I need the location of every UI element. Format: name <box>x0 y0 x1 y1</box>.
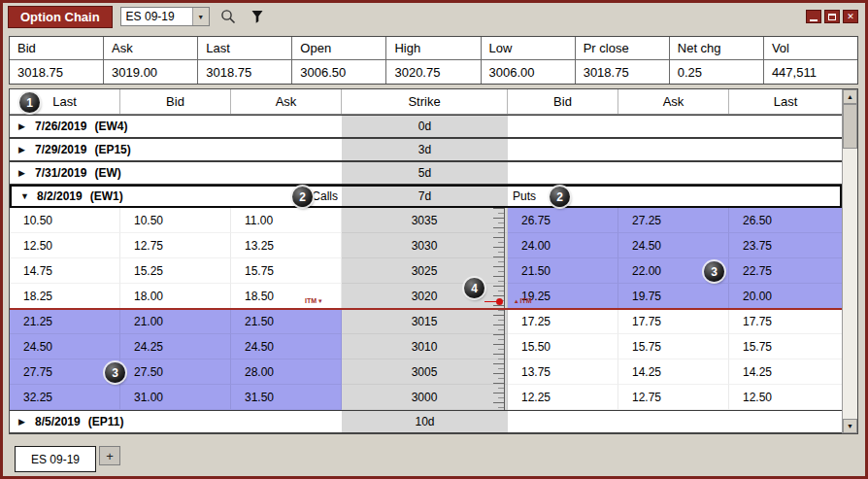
option-row-3005: 27.7527.5028.00300513.7514.2514.25 <box>10 359 842 385</box>
expand-icon[interactable]: ▶ <box>18 168 35 178</box>
put-last-cell[interactable]: 14.25 <box>729 359 842 385</box>
call-ask-cell[interactable]: 24.50 <box>231 334 342 359</box>
expand-icon[interactable]: ▶ <box>18 121 35 131</box>
put-bid-cell[interactable]: 24.00 <box>508 233 618 258</box>
put-last-cell[interactable]: 12.50 <box>729 385 842 410</box>
call-last-cell[interactable]: 32.25 <box>10 385 120 410</box>
put-bid-cell[interactable]: 12.25 <box>508 385 618 410</box>
put-ask-cell[interactable]: 24.50 <box>618 233 729 258</box>
call-last-cell[interactable]: 10.50 <box>10 208 120 233</box>
call-last-cell[interactable]: 14.75 <box>10 258 120 284</box>
quote-low: 3006.00 <box>482 60 576 84</box>
expand-icon[interactable]: ▶ <box>18 145 35 154</box>
scroll-up-button[interactable]: ▲ <box>843 89 857 104</box>
put-ask-cell[interactable]: 27.25 <box>618 208 729 233</box>
strike-cell[interactable]: 3015 <box>342 309 508 334</box>
call-bid-cell[interactable]: 21.00 <box>120 309 231 334</box>
call-bid-cell[interactable]: 15.25 <box>120 258 231 284</box>
put-last-cell[interactable]: 26.50 <box>729 208 842 233</box>
chevron-down-icon[interactable]: ▼ <box>192 8 209 25</box>
col-header-put-last[interactable]: Last <box>729 89 842 114</box>
call-ask-cell[interactable]: 13.25 <box>231 233 342 258</box>
option-row-3020: 18.2518.0018.50302019.2519.7520.00 <box>10 284 842 309</box>
scrollbar-thumb[interactable] <box>843 104 857 149</box>
call-ask-cell[interactable]: 18.50 <box>231 284 342 309</box>
put-bid-cell[interactable]: 26.75 <box>508 208 618 233</box>
expiry-row-8/5/2019[interactable]: ▶8/5/2019(EP11)10d <box>10 410 842 433</box>
put-last-cell[interactable]: 22.75 <box>729 258 842 284</box>
itm-label-calls: ITM▾ <box>305 297 322 304</box>
plus-icon: + <box>106 449 114 463</box>
scroll-down-button[interactable]: ▼ <box>843 419 857 433</box>
put-last-cell[interactable]: 17.75 <box>729 309 842 334</box>
call-last-cell[interactable]: 12.50 <box>10 233 120 258</box>
quote-ask: 3019.00 <box>104 60 198 84</box>
minimize-button[interactable] <box>806 10 821 23</box>
call-last-cell[interactable]: 21.25 <box>10 309 120 334</box>
call-ask-cell[interactable]: 31.50 <box>231 385 342 410</box>
put-last-cell[interactable]: 20.00 <box>729 284 842 309</box>
call-bid-cell[interactable]: 24.25 <box>120 334 231 359</box>
vertical-scrollbar[interactable]: ▲ ▼ <box>842 89 857 433</box>
strike-cell[interactable]: 3010 <box>342 334 508 359</box>
put-last-cell[interactable]: 15.75 <box>729 334 842 359</box>
col-header-call-bid[interactable]: Bid <box>120 89 231 114</box>
quote-panel: Bid Ask Last Open High Low Pr close Net … <box>9 36 858 85</box>
expiry-date: 7/26/2019 <box>35 120 86 133</box>
symbol-selector-value: ES 09-19 <box>121 10 192 23</box>
expiry-row-7/31/2019[interactable]: ▶7/31/2019(EW)5d <box>10 161 842 185</box>
current-price-line <box>10 308 842 310</box>
expiry-code: (EW4) <box>94 120 127 133</box>
strike-cell[interactable]: 3030 <box>342 233 508 258</box>
call-ask-cell[interactable]: 28.00 <box>231 359 342 385</box>
call-bid-cell[interactable]: 12.75 <box>120 233 231 258</box>
call-bid-cell[interactable]: 27.50 <box>120 359 231 385</box>
put-bid-cell[interactable]: 15.50 <box>508 334 618 359</box>
put-ask-cell[interactable]: 15.75 <box>618 334 729 359</box>
add-tab-button[interactable]: + <box>99 446 120 465</box>
quote-header-high: High <box>386 37 481 59</box>
tab-es-09-19[interactable]: ES 09-19 <box>15 446 96 472</box>
col-header-put-ask[interactable]: Ask <box>618 89 729 114</box>
option-row-3000: 32.2531.0031.50300012.2512.7512.50 <box>10 385 842 410</box>
expand-icon[interactable]: ▶ <box>18 417 35 427</box>
strike-cell[interactable]: 3000 <box>342 385 508 410</box>
col-header-strike[interactable]: Strike <box>342 89 508 114</box>
filter-icon[interactable] <box>247 6 268 27</box>
call-bid-cell[interactable]: 31.00 <box>120 385 231 410</box>
tab-label: ES 09-19 <box>31 453 80 466</box>
close-button[interactable]: ✕ <box>843 10 858 23</box>
call-ask-cell[interactable]: 11.00 <box>231 208 342 233</box>
window-title: Option Chain <box>8 6 113 28</box>
call-last-cell[interactable]: 18.25 <box>10 284 120 309</box>
put-bid-cell[interactable]: 21.50 <box>508 258 618 284</box>
strike-cell[interactable]: 3035 <box>342 208 508 233</box>
call-last-cell[interactable]: 24.50 <box>10 334 120 359</box>
put-ask-cell[interactable]: 14.25 <box>618 359 729 385</box>
call-last-cell[interactable]: 27.75 <box>10 359 120 385</box>
expiry-row-8/2/2019[interactable]: ▼8/2/2019(EW1)7dCallsPuts <box>10 185 842 208</box>
put-bid-cell[interactable]: 19.25 <box>508 284 618 309</box>
put-last-cell[interactable]: 23.75 <box>729 233 842 258</box>
search-icon[interactable] <box>217 6 239 27</box>
strike-cell[interactable]: 3025 <box>342 258 508 284</box>
symbol-selector[interactable]: ES 09-19 ▼ <box>120 7 210 26</box>
strike-cell[interactable]: 3005 <box>342 359 508 385</box>
put-ask-cell[interactable]: 12.75 <box>618 385 729 410</box>
put-ask-cell[interactable]: 19.75 <box>618 284 729 309</box>
call-bid-cell[interactable]: 18.00 <box>120 284 231 309</box>
call-ask-cell[interactable]: 21.50 <box>231 309 342 334</box>
quote-open: 3006.50 <box>292 60 386 84</box>
col-header-call-ask[interactable]: Ask <box>231 89 342 114</box>
maximize-button[interactable] <box>824 10 840 23</box>
col-header-put-bid[interactable]: Bid <box>508 89 618 114</box>
put-bid-cell[interactable]: 17.25 <box>508 309 618 334</box>
expiry-row-7/26/2019[interactable]: ▶7/26/2019(EW4)0d <box>10 115 842 138</box>
put-bid-cell[interactable]: 13.75 <box>508 359 618 385</box>
call-ask-cell[interactable]: 15.75 <box>231 258 342 284</box>
call-bid-cell[interactable]: 10.50 <box>120 208 231 233</box>
expiry-row-7/29/2019[interactable]: ▶7/29/2019(EP15)3d <box>10 138 842 161</box>
collapse-icon[interactable]: ▼ <box>20 191 37 201</box>
quote-prclose: 3018.75 <box>576 60 670 84</box>
put-ask-cell[interactable]: 17.75 <box>618 309 729 334</box>
